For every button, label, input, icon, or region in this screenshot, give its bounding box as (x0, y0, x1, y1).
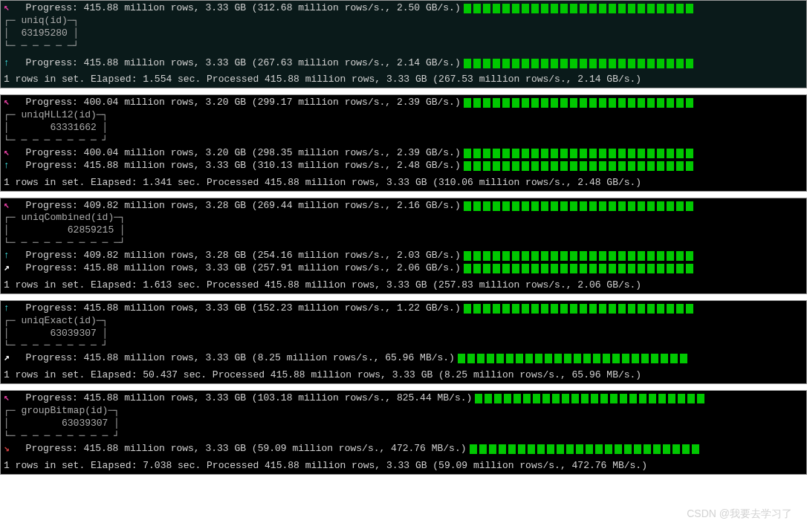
terminal-line: │ 63331662 │ (4, 122, 803, 134)
spinner-arrow-icon: ↗ (4, 262, 14, 275)
spinner-arrow-icon: ↖ (4, 97, 14, 109)
terminal-line: └─ ─ ─ ─ ─ ─ ─ ─ ─ ┘ (4, 430, 803, 443)
terminal-line: 1 rows in set. Elapsed: 1.341 sec. Proce… (4, 177, 803, 189)
progress-text: Progress: 415.88 million rows, 3.33 GB (… (14, 262, 461, 275)
spinner-arrow-icon: ↖ (4, 392, 14, 405)
spinner-arrow-icon: ↖ (4, 147, 14, 160)
terminal-line: ↖ Progress: 400.04 million rows, 3.20 GB… (4, 147, 803, 160)
terminal-line: ↘ Progress: 415.88 million rows, 3.33 GB… (4, 443, 803, 455)
result-box-line: │ 63039307 │ (4, 328, 108, 340)
terminal-line: ┌─ uniqExact(id)─┐ (4, 315, 803, 328)
progress-bar (470, 444, 804, 454)
result-box-line: └─ ─ ─ ─ ─ ─ ─ ─ ┘ (4, 134, 108, 147)
spinner-arrow-icon: ↑ (4, 57, 14, 70)
progress-text: Progress: 415.88 million rows, 3.33 GB (… (14, 392, 472, 405)
spinner-arrow-icon: ↖ (4, 200, 14, 213)
progress-bar (464, 264, 803, 273)
progress-text: Progress: 415.88 million rows, 3.33 GB (… (14, 302, 461, 315)
result-box-line: ┌─ uniqHLL12(id)─┐ (4, 109, 108, 122)
summary-text: 1 rows in set. Elapsed: 1.554 sec. Proce… (4, 74, 641, 86)
progress-bar (464, 98, 803, 108)
terminal-line: 1 rows in set. Elapsed: 50.437 sec. Proc… (4, 369, 803, 382)
terminal-line: ↑ Progress: 415.88 million rows, 3.33 GB… (4, 57, 803, 70)
result-box-line: │ 63331662 │ (4, 122, 108, 134)
terminal-line: └─ ─ ─ ─ ─ ─ ─ ─ ─ ─┘ (4, 237, 803, 250)
terminal-line: │ 63039307 │ (4, 418, 803, 430)
progress-text: Progress: 415.88 million rows, 3.33 GB (… (14, 2, 461, 15)
progress-bar (464, 4, 803, 13)
progress-text: Progress: 400.04 million rows, 3.20 GB (… (14, 97, 461, 109)
terminal-line: │ 63039307 │ (4, 328, 803, 340)
summary-text: 1 rows in set. Elapsed: 7.038 sec. Proce… (4, 460, 647, 473)
summary-text: 1 rows in set. Elapsed: 1.341 sec. Proce… (4, 177, 641, 189)
terminal-line: └─ ─ ─ ─ ─ ─ ─ ─ ┘ (4, 340, 803, 352)
terminal-panel: ↖ Progress: 415.88 million rows, 3.33 GB… (0, 390, 807, 474)
terminal-line: 1 rows in set. Elapsed: 1.554 sec. Proce… (4, 74, 803, 86)
terminal-line: └─ ─ ─ ─ ─ ─┘ (4, 40, 803, 53)
spinner-arrow-icon: ↑ (4, 250, 14, 262)
terminal-line: │ 62859215 │ (4, 224, 803, 237)
terminal-line: 1 rows in set. Elapsed: 7.038 sec. Proce… (4, 460, 803, 473)
terminal-line: ┌─ uniq(id)─┐ (4, 15, 803, 27)
spinner-arrow-icon: ↗ (4, 352, 14, 365)
result-box-line: └─ ─ ─ ─ ─ ─ ─ ─ ┘ (4, 340, 108, 352)
terminal-line: │ 63195280 │ (4, 27, 803, 40)
result-box-line: └─ ─ ─ ─ ─ ─ ─ ─ ─ ─┘ (4, 237, 126, 250)
progress-bar (464, 201, 803, 211)
progress-bar (464, 59, 803, 68)
result-box-line: ┌─ uniq(id)─┐ (4, 15, 79, 27)
terminal-line: ↗ Progress: 415.88 million rows, 3.33 GB… (4, 262, 803, 275)
terminal-line: ↖ Progress: 415.88 million rows, 3.33 GB… (4, 392, 803, 405)
summary-text: 1 rows in set. Elapsed: 50.437 sec. Proc… (4, 369, 641, 382)
terminal-panel: ↖ Progress: 415.88 million rows, 3.33 GB… (0, 0, 807, 88)
result-box-line: │ 63195280 │ (4, 27, 79, 40)
terminal-line: ↗ Progress: 415.88 million rows, 3.33 GB… (4, 352, 803, 365)
progress-bar (464, 251, 803, 261)
result-box-line: └─ ─ ─ ─ ─ ─ ─ ─ ─ ┘ (4, 430, 120, 443)
progress-bar (464, 161, 803, 171)
progress-text: Progress: 415.88 million rows, 3.33 GB (… (14, 57, 461, 70)
terminal-line: ↖ Progress: 409.82 million rows, 3.28 GB… (4, 200, 803, 213)
terminal-line: ┌─ uniqCombined(id)─┐ (4, 212, 803, 224)
progress-bar (458, 354, 803, 363)
result-box-line: │ 63039307 │ (4, 418, 120, 430)
terminal-line: └─ ─ ─ ─ ─ ─ ─ ─ ┘ (4, 134, 803, 147)
terminal-line: ↑ Progress: 415.88 million rows, 3.33 GB… (4, 302, 803, 315)
terminal-line: ↖ Progress: 400.04 million rows, 3.20 GB… (4, 97, 803, 109)
progress-text: Progress: 415.88 million rows, 3.33 GB (… (14, 352, 455, 365)
summary-text: 1 rows in set. Elapsed: 1.613 sec. Proce… (4, 279, 641, 292)
spinner-arrow-icon: ↖ (4, 2, 14, 15)
spinner-arrow-icon: ↑ (4, 302, 14, 315)
progress-text: Progress: 409.82 million rows, 3.28 GB (… (14, 250, 461, 262)
result-box-line: ┌─ uniqExact(id)─┐ (4, 315, 108, 328)
progress-bar (464, 149, 803, 158)
spinner-arrow-icon: ↑ (4, 160, 14, 172)
progress-text: Progress: 409.82 million rows, 3.28 GB (… (14, 200, 461, 213)
progress-text: Progress: 415.88 million rows, 3.33 GB (… (14, 160, 461, 172)
result-box-line: ┌─ groupBitmap(id)─┐ (4, 405, 120, 418)
progress-bar (475, 394, 803, 403)
spinner-arrow-icon: ↘ (4, 443, 14, 455)
terminal-panel: ↖ Progress: 400.04 million rows, 3.20 GB… (0, 94, 807, 191)
result-box-line: └─ ─ ─ ─ ─ ─┘ (4, 40, 79, 53)
progress-bar (464, 304, 803, 314)
terminal-line: 1 rows in set. Elapsed: 1.613 sec. Proce… (4, 279, 803, 292)
terminal-panel: ↖ Progress: 409.82 million rows, 3.28 GB… (0, 198, 807, 294)
terminal-line: ↑ Progress: 409.82 million rows, 3.28 GB… (4, 250, 803, 262)
terminal-line: ↑ Progress: 415.88 million rows, 3.33 GB… (4, 160, 803, 172)
progress-text: Progress: 400.04 million rows, 3.20 GB (… (14, 147, 461, 160)
result-box-line: ┌─ uniqCombined(id)─┐ (4, 212, 126, 224)
terminal-line: ↖ Progress: 415.88 million rows, 3.33 GB… (4, 2, 803, 15)
result-box-line: │ 62859215 │ (4, 224, 126, 237)
terminal-line: ┌─ groupBitmap(id)─┐ (4, 405, 803, 418)
terminal-line: ┌─ uniqHLL12(id)─┐ (4, 109, 803, 122)
progress-text: Progress: 415.88 million rows, 3.33 GB (… (14, 443, 467, 455)
terminal-panel: ↑ Progress: 415.88 million rows, 3.33 GB… (0, 300, 807, 384)
